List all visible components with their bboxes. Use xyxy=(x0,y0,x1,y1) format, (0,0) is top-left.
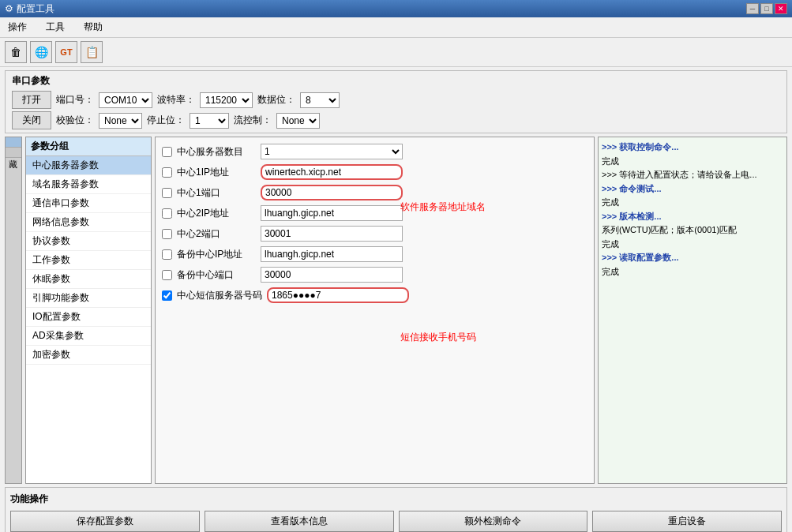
param-item-9[interactable]: AD采集参数 xyxy=(26,327,151,346)
window-title: 配置工具 xyxy=(17,2,54,16)
log-line-0: >>> 获取控制命令... xyxy=(602,140,783,154)
param-item-1[interactable]: 域名服务器参数 xyxy=(26,175,151,194)
log-line-5: >>> 版本检测... xyxy=(602,210,783,223)
toolbar-network-btn[interactable]: 🌐 xyxy=(30,41,52,63)
title-bar: ⚙ 配置工具 ─ □ ✕ xyxy=(0,0,792,17)
stop-label: 停止位： xyxy=(147,114,185,127)
param-row-4: 中心2端口 xyxy=(162,226,587,242)
param-item-5[interactable]: 工作参数 xyxy=(26,251,151,270)
param-check-3[interactable] xyxy=(162,208,172,219)
menu-tools[interactable]: 工具 xyxy=(41,19,69,36)
check-label: 校验位： xyxy=(56,114,94,127)
check-select[interactable]: None xyxy=(99,113,142,129)
restart-btn[interactable]: 重启设备 xyxy=(592,511,782,532)
minimize-btn[interactable]: ─ xyxy=(746,3,759,14)
baud-label: 波特率： xyxy=(157,93,195,107)
param-label-1: 中心1IP地址 xyxy=(177,166,256,179)
log-line-7: 完成 xyxy=(602,238,783,251)
main-area: 隐 藏 参数分组 中心服务器参数 域名服务器参数 通信串口参数 网络信息参数 协… xyxy=(5,137,787,484)
maximize-btn[interactable]: □ xyxy=(760,3,773,14)
left-tab-1[interactable]: 藏 xyxy=(6,148,21,158)
param-item-7[interactable]: 引脚功能参数 xyxy=(26,289,151,308)
toolbar-gt-btn[interactable]: GT xyxy=(55,41,77,63)
open-btn[interactable]: 打开 xyxy=(12,91,51,109)
baud-select[interactable]: 115200 xyxy=(200,92,253,108)
toolbar-log-btn[interactable]: 📋 xyxy=(81,41,103,63)
param-row-2: 中心1端口 xyxy=(162,185,587,200)
function-section: 功能操作 保存配置参数 查看版本信息 额外检测命令 重启设备 读取配置参数 恢复… xyxy=(5,487,787,532)
param-label-4: 中心2端口 xyxy=(177,227,256,241)
param-select-0[interactable]: 1 xyxy=(261,144,403,159)
param-list-title: 参数分组 xyxy=(26,137,151,156)
log-line-4: 完成 xyxy=(602,196,783,209)
content-panel: 中心服务器数目 1 中心1IP地址 中心1端口 中心2IP地址 中心2端口 xyxy=(155,137,595,484)
btn-row-0: 保存配置参数 查看版本信息 额外检测命令 重启设备 xyxy=(10,511,782,532)
param-item-10[interactable]: 加密参数 xyxy=(26,346,151,365)
left-tab-0[interactable]: 隐 xyxy=(6,137,21,148)
window-icon: ⚙ xyxy=(5,3,13,14)
close-btn[interactable]: 关闭 xyxy=(12,111,51,129)
param-row-6: 备份中心端口 xyxy=(162,267,587,283)
log-line-9: 完成 xyxy=(602,265,783,279)
param-list-panel: 参数分组 中心服务器参数 域名服务器参数 通信串口参数 网络信息参数 协议参数 … xyxy=(25,137,152,484)
port-select[interactable]: COM10 xyxy=(99,92,152,108)
param-input-4[interactable] xyxy=(261,226,403,242)
save-config-btn[interactable]: 保存配置参数 xyxy=(10,511,200,532)
param-check-4[interactable] xyxy=(162,229,172,239)
flow-label: 流控制： xyxy=(234,114,272,127)
view-version-btn[interactable]: 查看版本信息 xyxy=(205,511,394,532)
param-item-4[interactable]: 协议参数 xyxy=(26,232,151,251)
param-row-1: 中心1IP地址 xyxy=(162,164,587,180)
port-label: 端口号： xyxy=(56,93,94,107)
extra-detect-btn[interactable]: 额外检测命令 xyxy=(399,511,588,532)
param-check-7[interactable] xyxy=(162,290,172,301)
param-check-1[interactable] xyxy=(162,167,172,178)
data-label: 数据位： xyxy=(257,93,295,107)
log-line-1: 完成 xyxy=(602,155,783,168)
log-line-2: >>> 等待进入配置状态；请给设备上电... xyxy=(602,168,783,182)
log-line-3: >>> 命令测试... xyxy=(602,182,783,196)
menu-bar: 操作 工具 帮助 xyxy=(0,17,792,38)
close-btn[interactable]: ✕ xyxy=(775,3,787,14)
stop-select[interactable]: 1 xyxy=(190,113,229,129)
log-line-8: >>> 读取配置参数... xyxy=(602,251,783,264)
log-panel: >>> 获取控制命令... 完成 >>> 等待进入配置状态；请给设备上电... … xyxy=(598,137,787,484)
param-check-2[interactable] xyxy=(162,188,172,198)
title-controls: ─ □ ✕ xyxy=(746,3,787,14)
param-item-6[interactable]: 休眠参数 xyxy=(26,270,151,289)
param-input-5[interactable] xyxy=(261,246,403,262)
param-row-5: 备份中心IP地址 xyxy=(162,246,587,262)
menu-operation[interactable]: 操作 xyxy=(3,19,32,36)
param-item-2[interactable]: 通信串口参数 xyxy=(26,194,151,213)
flow-select[interactable]: None xyxy=(276,113,320,129)
param-input-3[interactable] xyxy=(261,205,403,221)
param-row-3: 中心2IP地址 xyxy=(162,205,587,221)
menu-help[interactable]: 帮助 xyxy=(79,19,107,36)
param-row-7: 中心短信服务器号码 xyxy=(162,287,587,303)
param-item-8[interactable]: IO配置参数 xyxy=(26,308,151,327)
param-input-7[interactable] xyxy=(267,287,409,303)
annotation-server: 软件服务器地址域名 xyxy=(400,200,486,214)
param-input-1[interactable] xyxy=(261,164,403,180)
toolbar-delete-btn[interactable]: 🗑 xyxy=(5,41,27,63)
param-label-2: 中心1端口 xyxy=(177,186,256,200)
toolbar: 🗑 🌐 GT 📋 xyxy=(0,38,792,67)
param-input-2[interactable] xyxy=(261,185,403,200)
param-check-6[interactable] xyxy=(162,270,172,280)
param-input-6[interactable] xyxy=(261,267,403,283)
serial-section: 串口参数 打开 端口号： COM10 波特率： 115200 数据位： 8 关闭… xyxy=(5,70,787,133)
data-select[interactable]: 8 xyxy=(300,92,340,108)
param-label-0: 中心服务器数目 xyxy=(177,145,256,159)
param-check-5[interactable] xyxy=(162,249,172,260)
param-check-0[interactable] xyxy=(162,147,172,157)
left-tabs: 隐 藏 xyxy=(5,137,22,484)
function-title: 功能操作 xyxy=(10,493,782,506)
param-row-0: 中心服务器数目 1 xyxy=(162,144,587,159)
param-item-0[interactable]: 中心服务器参数 xyxy=(26,156,151,175)
param-label-7: 中心短信服务器号码 xyxy=(177,289,262,302)
annotation-sms: 短信接收手机号码 xyxy=(400,331,476,344)
serial-title: 串口参数 xyxy=(12,74,780,88)
param-label-6: 备份中心端口 xyxy=(177,268,256,282)
param-label-3: 中心2IP地址 xyxy=(177,207,256,220)
param-item-3[interactable]: 网络信息参数 xyxy=(26,213,151,232)
